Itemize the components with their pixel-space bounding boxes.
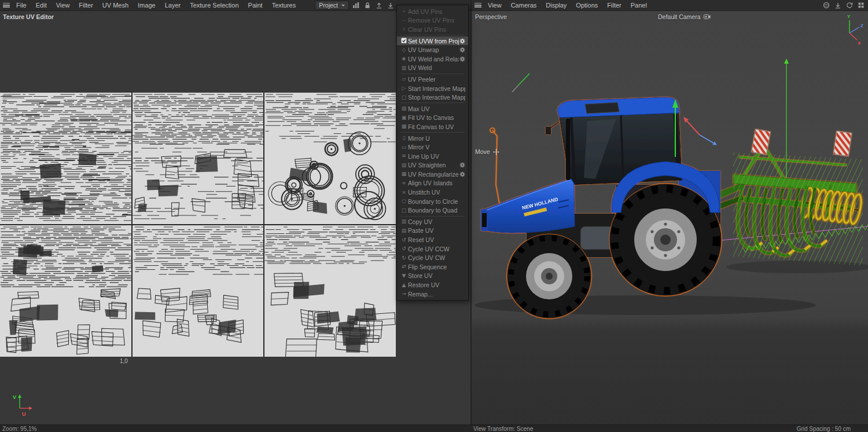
lock-icon[interactable] <box>363 1 372 10</box>
menu-item-flip-sequence[interactable]: ⇄Flip Sequence <box>397 262 468 272</box>
menu-item-copy-uv[interactable]: ▥Copy UV <box>397 217 468 226</box>
menu-item-store-uv[interactable]: ▼Store UV <box>397 272 468 281</box>
view-mode-label[interactable]: Perspective <box>475 13 507 20</box>
uv-tile-6[interactable] <box>264 225 396 357</box>
start-interactive-mapping-icon: ▷ <box>400 86 408 91</box>
menubar-item-edit[interactable]: Edit <box>31 0 52 11</box>
menu-item-uv-rectangularize[interactable]: ▦UV Rectangularize <box>397 170 468 179</box>
menubar-item-cameras[interactable]: Cameras <box>506 0 542 11</box>
v-axis-arrowhead <box>18 394 21 398</box>
menu-item-boundary-to-circle[interactable]: ○Boundary to Circle <box>397 197 468 206</box>
menu-item-label: UV Weld <box>408 64 465 71</box>
download-icon[interactable] <box>386 1 395 10</box>
menubar-item-view[interactable]: View <box>52 0 75 11</box>
menu-item-set-uvw-from-projection[interactable]: Set UVW from Projection <box>397 36 468 46</box>
project-dropdown[interactable]: Project <box>315 1 349 10</box>
options-gear-icon[interactable] <box>459 38 465 44</box>
uv-tile-3[interactable] <box>264 93 396 224</box>
menubar-item-filter[interactable]: Filter <box>74 0 97 11</box>
download-arrow-icon[interactable] <box>833 1 843 10</box>
vertical-axis-line <box>784 58 789 185</box>
upload-icon[interactable] <box>374 1 384 10</box>
menu-item-fit-uv-to-canvas[interactable]: ▣Fit UV to Canvas <box>397 114 468 123</box>
menu-item-stop-interactive-mapping[interactable]: □Stop Interactive Mapping <box>397 93 468 102</box>
tractor[interactable]: NEW HOLLAND <box>481 97 722 318</box>
menu-item-fit-canvas-to-uv[interactable]: ▩Fit Canvas to UV <box>397 122 468 131</box>
uv-tile-texture <box>133 93 264 224</box>
menu-item-remove-uv-pins[interactable]: −Remove UV Pins <box>397 16 468 25</box>
uv-editor-toolbar: Project <box>315 1 395 10</box>
move-tool-icon <box>493 149 499 155</box>
menubar-item-textures[interactable]: Textures <box>267 0 301 11</box>
options-gear-icon[interactable] <box>459 162 465 168</box>
set-uvw-from-projection-icon <box>400 38 408 45</box>
mirror-u-icon: ▯ <box>400 136 408 141</box>
menubar-item-filter[interactable]: Filter <box>602 0 626 11</box>
remap-icon: → <box>400 291 408 296</box>
menu-item-unstitch-uv[interactable]: ×Unstitch UV <box>397 188 468 197</box>
menu-item-uv-straighten[interactable]: ▤UV Straighten <box>397 161 468 170</box>
menu-item-line-up-uv[interactable]: ≡Line Up UV <box>397 152 468 161</box>
viewport-3d[interactable]: Perspective Default Camera Move <box>472 11 868 424</box>
flip-sequence-icon: ⇄ <box>400 264 408 269</box>
menu-item-label: Start Interactive Mapping <box>408 85 465 92</box>
menu-item-mirror-u[interactable]: ▯Mirror U <box>397 134 468 143</box>
menu-item-label: Store UV <box>408 272 465 279</box>
options-gear-icon[interactable] <box>459 47 465 53</box>
uv-tile-2[interactable] <box>133 93 264 224</box>
camera-label[interactable]: Default Camera <box>658 13 711 20</box>
menu-item-cycle-uv-cw[interactable]: ↻Cycle UV CW <box>397 253 468 262</box>
menu-item-mirror-v[interactable]: ▭Mirror V <box>397 142 468 152</box>
line-up-uv-icon: ≡ <box>400 153 408 159</box>
layout-grid-icon[interactable] <box>856 1 866 10</box>
menubar-item-layer[interactable]: Layer <box>160 0 186 11</box>
gizmo-x-axis[interactable] <box>687 121 700 135</box>
menu-item-remap[interactable]: →Remap... <box>397 290 468 299</box>
menu-item-uv-unwrap[interactable]: ◇UV Unwrap <box>397 45 468 54</box>
menu-item-uv-weld-and-relax[interactable]: ◈UV Weld and Relax <box>397 54 468 64</box>
menubar-item-paint[interactable]: Paint <box>244 0 267 11</box>
status-bar: Zoom: 95,1% View Transform: Scene Grid S… <box>0 424 868 432</box>
menu-item-restore-uv[interactable]: ▲Restore UV <box>397 280 468 290</box>
viewport-toolbar <box>822 1 868 10</box>
menu-item-uv-weld[interactable]: ▥UV Weld <box>397 64 468 73</box>
menubar-item-texture-selection[interactable]: Texture Selection <box>185 0 243 11</box>
orientation-gizmo[interactable]: Y Z X <box>838 12 865 46</box>
menu-item-label: Cycle UV CCW <box>408 246 465 252</box>
uv-tile-texture <box>0 225 131 357</box>
menubar-item-file[interactable]: File <box>12 0 31 11</box>
options-gear-icon[interactable] <box>459 56 465 62</box>
menu-item-uv-peeler[interactable]: ▱UV Peeler <box>397 75 468 84</box>
uv-tile-1[interactable] <box>0 93 131 224</box>
menu-item-start-interactive-mapping[interactable]: ▷Start Interactive Mapping <box>397 84 468 93</box>
menubar-item-view[interactable]: View <box>483 0 506 11</box>
menubar-item-image[interactable]: Image <box>133 0 160 11</box>
uv-tile-4[interactable] <box>0 225 131 357</box>
viewport-menubar: ViewCamerasDisplayOptionsFilterPanel <box>472 0 868 11</box>
menu-item-align-uv-islands[interactable]: ≈Align UV Islands <box>397 179 468 188</box>
uv-unwrap-icon: ◇ <box>400 47 408 53</box>
gizmo-z-axis[interactable] <box>700 135 713 143</box>
uv-weld-and-relax-icon: ◈ <box>400 56 408 61</box>
uv-tile-grid[interactable] <box>0 93 396 357</box>
menu-item-boundary-to-quad[interactable]: □Boundary to Quad <box>397 206 468 215</box>
viewport-hamburger-menu-icon[interactable] <box>473 0 483 11</box>
uv-axis-v-label: V <box>13 394 16 400</box>
menu-item-paste-uv[interactable]: ▤Paste UV <box>397 226 468 236</box>
side-mirror <box>546 127 551 134</box>
menu-item-add-uv-pins[interactable]: +Add UV Pins <box>397 7 468 16</box>
menubar-item-uv-mesh[interactable]: UV Mesh <box>98 0 133 11</box>
histogram-icon[interactable] <box>351 1 361 10</box>
options-gear-icon[interactable] <box>459 171 465 177</box>
refresh-icon[interactable] <box>845 1 854 10</box>
menu-item-cycle-uv-ccw[interactable]: ↺Cycle UV CCW <box>397 244 468 254</box>
menu-item-clear-uv-pins[interactable]: ×Clear UV Pins <box>397 25 468 34</box>
menubar-item-options[interactable]: Options <box>571 0 602 11</box>
menu-item-max-uv[interactable]: ▧Max UV <box>397 104 468 114</box>
menubar-item-panel[interactable]: Panel <box>626 0 652 11</box>
uv-tile-5[interactable] <box>133 225 264 357</box>
render-sphere-icon[interactable] <box>822 1 831 10</box>
menu-item-reset-uv[interactable]: ↺Reset UV <box>397 235 468 244</box>
hamburger-menu-icon[interactable] <box>1 0 12 11</box>
menubar-item-display[interactable]: Display <box>541 0 571 11</box>
